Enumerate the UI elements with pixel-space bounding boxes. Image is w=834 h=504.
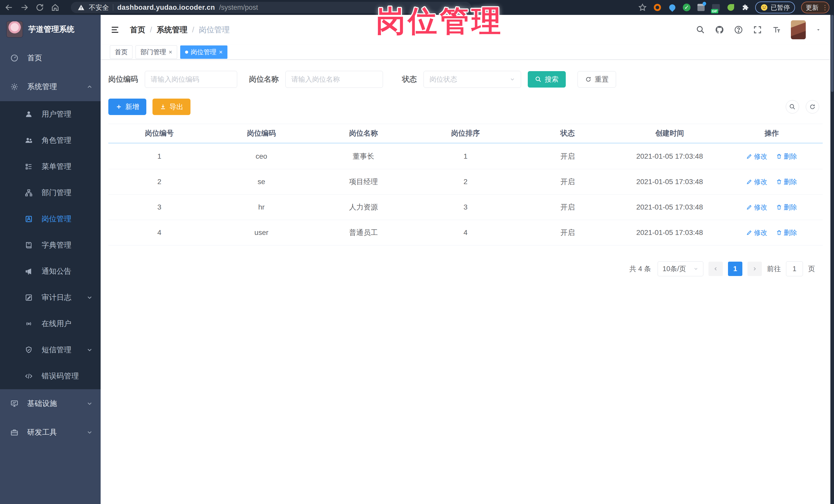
tab-close-icon[interactable]: × [169,48,172,56]
page-size-value: 10条/页 [662,264,686,273]
breadcrumb-current: 岗位管理 [199,25,230,35]
sidebar-item-posts[interactable]: 岗位管理 [0,206,101,232]
browser-forward-icon[interactable] [20,3,29,12]
post-code-input[interactable] [145,71,237,88]
add-button[interactable]: 新增 [108,98,146,115]
user-avatar[interactable] [791,20,806,39]
edit-link[interactable]: 修改 [746,177,767,187]
sidebar-item-announcements[interactable]: 通知公告 [0,258,101,284]
extension-icon[interactable] [668,3,677,12]
breadcrumb-home[interactable]: 首页 [130,25,145,35]
cell-post-sort: 1 [415,152,517,160]
avatar-caret-down-icon[interactable] [815,27,821,32]
browser-home-icon[interactable] [51,3,60,12]
cell-post-id: 1 [108,152,211,160]
extension-icon[interactable] [653,3,662,12]
delete-label: 删除 [784,228,797,237]
browser-update-button[interactable]: 更新 ⋮ [801,2,829,13]
current-page-button[interactable]: 1 [728,262,742,276]
sidebar-item-menus[interactable]: 菜单管理 [0,154,101,180]
sidebar-item-online-users[interactable]: 在线用户 [0,311,101,337]
app-logo-row[interactable]: 芋道管理系统 [0,15,101,44]
next-page-button[interactable] [747,262,762,276]
cell-post-status: 开启 [517,177,619,187]
browser-menu-kebab-icon[interactable]: ⋮ [822,6,825,9]
extensions-puzzle-icon[interactable] [741,4,749,11]
sidebar-item-users[interactable]: 用户管理 [0,101,101,127]
breadcrumb-system[interactable]: 系统管理 [157,25,188,35]
status-select[interactable]: 岗位状态 [423,71,521,88]
post-name-input[interactable] [285,71,383,88]
export-button[interactable]: 导出 [152,98,191,115]
fullscreen-icon[interactable] [753,25,762,35]
chevron-down-icon [86,429,93,436]
browser-back-icon[interactable] [5,3,13,12]
tab-home[interactable]: 首页 [110,45,132,59]
font-size-icon[interactable] [772,25,781,35]
sidebar-item-label: 审计日志 [42,292,71,303]
sidebar-item-roles[interactable]: 角色管理 [0,127,101,154]
bookmark-star-icon[interactable] [638,3,647,12]
header-search-icon[interactable] [696,25,705,35]
browser-reload-icon[interactable] [36,3,44,12]
extension-icon[interactable] [697,3,705,12]
sidebar-item-sms[interactable]: 短信管理 [0,337,101,363]
sidebar-item-dictionary[interactable]: 字典管理 [0,232,101,258]
delete-link[interactable]: 删除 [776,152,797,161]
prev-page-button[interactable] [708,262,723,276]
chevron-up-icon [86,84,93,90]
sidebar-item-audit-log[interactable]: 审计日志 [0,284,101,311]
browser-scrollbar[interactable] [830,15,834,504]
sidebar-item-dev-tools[interactable]: 研发工具 [0,418,101,447]
help-question-icon[interactable] [734,25,743,35]
sidebar-item-label: 基础设施 [27,398,57,409]
edit-link[interactable]: 修改 [746,203,767,212]
edit-label: 修改 [754,228,767,237]
delete-link[interactable]: 删除 [776,228,797,237]
edit-link[interactable]: 修改 [746,152,767,161]
pagination: 共 4 条 10条/页 1 前往 页 [108,261,823,276]
extension-icon[interactable] [711,3,720,12]
sidebar-item-home[interactable]: 首页 [0,44,101,72]
cell-created-time: 2021-01-05 17:03:48 [619,178,721,186]
user-icon [25,110,33,118]
delete-label: 删除 [784,203,797,212]
post-name-label: 岗位名称 [249,74,279,85]
github-icon[interactable] [715,25,724,35]
sidebar-item-system[interactable]: 系统管理 [0,72,101,101]
refresh-table-button[interactable] [806,100,819,113]
breadcrumb-separator: / [150,25,152,34]
sidebar-toggle-hamburger-icon[interactable] [110,25,120,34]
post-code-label: 岗位编码 [108,74,138,85]
org-tree-icon [25,189,33,197]
sidebar-item-infrastructure[interactable]: 基础设施 [0,389,101,418]
toggle-search-button[interactable] [786,100,799,113]
edit-pencil-icon [746,153,752,159]
scrollbar-thumb[interactable] [831,15,833,92]
delete-link[interactable]: 删除 [776,177,797,187]
sms-icon [25,346,33,354]
table-row: 2 se 项目经理 2 开启 2021-01-05 17:03:48 修改 删除 [108,169,823,195]
system-submenu: 用户管理 角色管理 菜单管理 部门管理 岗位管理 字典管理 [0,101,101,389]
delete-link[interactable]: 删除 [776,203,797,212]
gear-icon [10,83,19,91]
table-row: 1 ceo 董事长 1 开启 2021-01-05 17:03:48 修改 删除 [108,144,823,169]
extension-icon[interactable]: ✓ [683,4,690,11]
tab-posts[interactable]: 岗位管理 × [180,45,227,59]
search-icon [789,104,796,110]
goto-page-input[interactable] [786,261,803,276]
tab-close-icon[interactable]: × [219,48,223,56]
edit-label: 修改 [754,152,767,161]
refresh-icon [809,104,816,110]
extension-icon[interactable] [726,3,735,12]
tab-departments[interactable]: 部门管理 × [135,45,177,59]
column-header: 操作 [721,128,823,138]
reset-button[interactable]: 重置 [577,71,616,88]
page-size-select[interactable]: 10条/页 [658,261,703,276]
infrastructure-icon [10,399,19,408]
search-button[interactable]: 搜索 [528,71,566,88]
profile-paused-chip[interactable]: 已暂停 [755,2,795,13]
edit-link[interactable]: 修改 [746,228,767,237]
sidebar-item-error-codes[interactable]: 错误码管理 [0,363,101,389]
sidebar-item-departments[interactable]: 部门管理 [0,180,101,206]
